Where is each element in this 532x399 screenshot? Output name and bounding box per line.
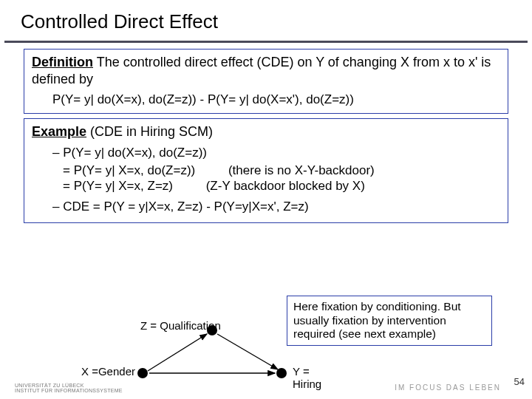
footer-right: IM FOCUS DAS LEBEN xyxy=(395,383,501,392)
definition-box: Definition The controlled direct effect … xyxy=(24,49,508,114)
svg-line-0 xyxy=(148,334,207,371)
eq-row: = P(Y= y| X=x, Z=z) (Z-Y backdoor blocke… xyxy=(63,178,500,194)
example-box: Example (CDE in Hiring SCM) P(Y= y| do(X… xyxy=(24,118,508,223)
dag-graph: Z = Qualification X =Gender Y = Hiring xyxy=(96,304,318,386)
node-x xyxy=(137,368,148,378)
eq-note: (Z-Y backdoor blocked by X) xyxy=(206,178,365,194)
eq-lhs: = P(Y= y| X=x, Z=z) xyxy=(63,179,173,193)
node-y xyxy=(276,368,287,378)
footer-university: UNIVERSITÄT ZU LÜBECK xyxy=(15,383,123,388)
callout-box: Here fixation by conditioning. But usual… xyxy=(287,296,492,346)
eq-row: = P(Y= y| X=x, do(Z=z)) (there is no X-Y… xyxy=(63,163,500,178)
definition-body: The controlled direct effect (CDE) on Y … xyxy=(32,55,491,86)
footer-left: UNIVERSITÄT ZU LÜBECK INSTITUT FÜR INFOR… xyxy=(15,383,123,393)
example-list: P(Y= y| do(X=x), do(Z=z)) xyxy=(52,145,500,160)
list-item: P(Y= y| do(X=x), do(Z=z)) xyxy=(52,145,500,160)
example-heading-tail: (CDE in Hiring SCM) xyxy=(86,124,213,139)
title-rule xyxy=(4,41,528,43)
label-y: Y = Hiring xyxy=(293,365,321,390)
label-z: Z = Qualification xyxy=(140,319,221,332)
example-heading: Example xyxy=(32,124,86,139)
footer-institute: INSTITUT FÜR INFORMATIONSSYSTEME xyxy=(15,388,123,393)
page-number: 54 xyxy=(514,376,525,387)
slide: Controlled Direct Effect Definition The … xyxy=(0,0,532,399)
list-item: CDE = P(Y = y|X=x, Z=z) - P(Y=y|X=x', Z=… xyxy=(52,199,500,214)
definition-formula: P(Y= y| do(X=x), do(Z=z)) - P(Y= y| do(X… xyxy=(52,92,500,107)
example-list: CDE = P(Y = y|X=x, Z=z) - P(Y=y|X=x', Z=… xyxy=(52,199,500,214)
label-x: X =Gender xyxy=(81,365,135,378)
eq-note: (there is no X-Y-backdoor) xyxy=(228,163,375,178)
definition-heading: Definition xyxy=(32,55,93,69)
svg-line-1 xyxy=(217,334,278,369)
slide-title: Controlled Direct Effect xyxy=(0,0,532,41)
eq-lhs: = P(Y= y| X=x, do(Z=z)) xyxy=(63,163,195,177)
